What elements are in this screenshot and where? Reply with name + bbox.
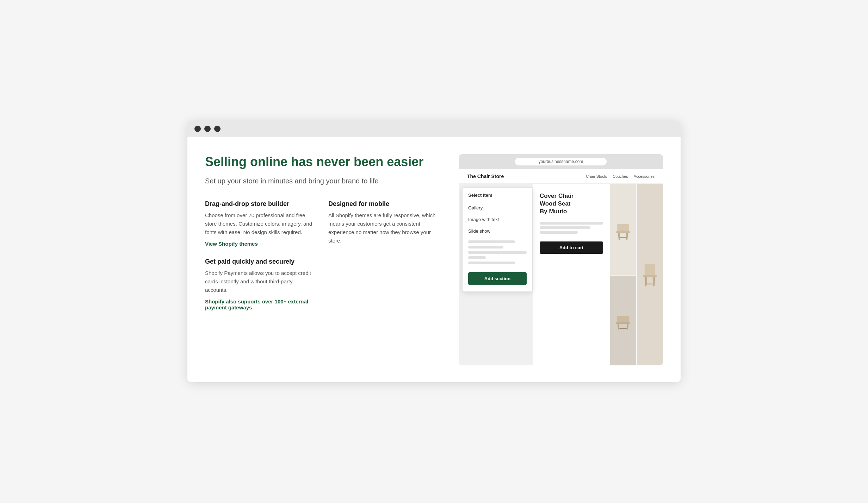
feature-drag-drop: Drag-and-drop store builder Choose from … (205, 200, 314, 247)
store-header: The Chair Store Chair Stools Couches Acc… (459, 169, 663, 184)
nav-item-couches[interactable]: Couches (613, 174, 628, 178)
right-panel: yourbusinessname.com The Chair Store Cha… (459, 154, 663, 365)
chair-svg-right (639, 202, 660, 348)
skeleton-line-3 (468, 251, 527, 254)
feature-mobile: Designed for mobile All Shopify themes a… (328, 200, 438, 247)
svg-rect-9 (617, 316, 630, 322)
svg-rect-12 (627, 324, 628, 329)
add-section-dropdown: Select Item Gallery Image with text Slid… (462, 187, 533, 292)
app-window: Selling online has never been easier Set… (187, 121, 681, 382)
dropdown-title: Select Item (463, 193, 532, 202)
store-body: Select Item Gallery Image with text Slid… (459, 184, 663, 365)
feature-drag-drop-desc: Choose from over 70 professional and fre… (205, 211, 314, 237)
view-shopify-themes-link[interactable]: View Shopify themes → (205, 241, 314, 247)
url-bar: yourbusinessname.com (515, 158, 607, 165)
store-nav: Chair Stools Couches Accessories (586, 174, 655, 178)
product-images-grid (610, 184, 663, 365)
feature-payments-title: Get paid quickly and securely (205, 258, 314, 265)
svg-rect-1 (618, 224, 629, 231)
store-preview: yourbusinessname.com The Chair Store Cha… (459, 154, 663, 365)
store-name: The Chair Store (467, 174, 504, 179)
product-skel-line-3 (540, 231, 578, 234)
svg-rect-14 (645, 264, 655, 275)
feature-mobile-desc: All Shopify themes are fully responsive,… (328, 211, 438, 245)
main-content: Selling online has never been easier Set… (187, 137, 681, 382)
feature-payments-desc: Shopify Payments allows you to accept cr… (205, 269, 314, 294)
chair-image-bottom-left (610, 276, 636, 365)
dropdown-item-gallery[interactable]: Gallery (463, 202, 532, 214)
product-info-sidebar: Cover Chair Wood Seat By Muuto Add to ca… (533, 184, 610, 365)
svg-rect-3 (616, 231, 630, 233)
svg-rect-15 (643, 275, 657, 277)
add-section-button[interactable]: Add section (468, 272, 527, 285)
svg-rect-13 (620, 328, 627, 329)
window-dot-2[interactable] (204, 126, 211, 132)
left-panel: Selling online has never been easier Set… (205, 154, 438, 365)
feature-mobile-title: Designed for mobile (328, 200, 438, 208)
main-heading: Selling online has never been easier (205, 154, 438, 169)
product-skel-line-2 (540, 226, 590, 229)
chair-image-main (610, 184, 636, 275)
window-dot-1[interactable] (194, 126, 201, 132)
external-payment-gateways-link[interactable]: Shopify also supports over 100+ external… (205, 298, 314, 310)
feature-payments: Get paid quickly and securely Shopify Pa… (205, 258, 314, 310)
dropdown-skeleton (463, 237, 532, 268)
chair-svg-main (613, 193, 633, 266)
nav-item-accessories[interactable]: Accessories (634, 174, 655, 178)
feature-drag-drop-title: Drag-and-drop store builder (205, 200, 314, 208)
svg-rect-20 (647, 284, 653, 284)
svg-rect-10 (616, 322, 630, 324)
skeleton-line-5 (468, 262, 515, 264)
product-image-area (610, 184, 663, 365)
add-to-cart-button[interactable]: Add to cart (540, 241, 603, 254)
titlebar (187, 121, 681, 137)
browser-bar: yourbusinessname.com (459, 154, 663, 169)
product-title: Cover Chair Wood Seat By Muuto (540, 192, 603, 215)
product-skeleton (540, 222, 603, 234)
dropdown-item-slide-show[interactable]: Slide show (463, 225, 532, 237)
sub-heading: Set up your store in minutes and bring y… (205, 176, 438, 186)
chair-svg-bottom-left (613, 285, 633, 358)
window-dot-3[interactable] (214, 126, 221, 132)
nav-item-chair-stools[interactable]: Chair Stools (586, 174, 607, 178)
features-grid: Drag-and-drop store builder Choose from … (205, 200, 438, 310)
svg-rect-8 (620, 237, 627, 238)
skeleton-line-2 (468, 246, 503, 249)
dropdown-item-image-with-text[interactable]: Image with text (463, 214, 532, 225)
chair-image-right (637, 184, 663, 365)
svg-rect-11 (618, 324, 619, 329)
product-skel-line-1 (540, 222, 603, 225)
skeleton-line-4 (468, 256, 486, 259)
skeleton-line-1 (468, 240, 515, 243)
